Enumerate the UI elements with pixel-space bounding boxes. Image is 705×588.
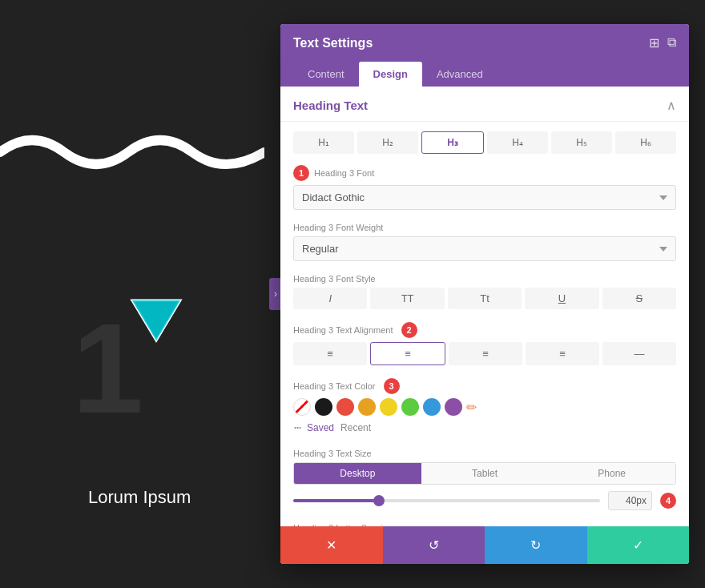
heading-tab-h2[interactable]: H₂	[357, 131, 418, 154]
redo-button[interactable]: ↻	[485, 526, 587, 564]
panel-body: Heading Text ∧ H₁ H₂ H₃ H₄ H₅ H₆ 1 Headi…	[280, 87, 689, 526]
font-label: 1 Heading 3 Font	[293, 165, 676, 181]
align-justify-button[interactable]: ≡	[526, 342, 599, 365]
color-swatches: ✏	[293, 398, 676, 416]
device-tab-tablet[interactable]: Tablet	[421, 463, 549, 484]
color-more-icon[interactable]: ···	[293, 419, 300, 436]
color-picker-icon[interactable]: ✏	[466, 400, 477, 415]
font-weight-select[interactable]: Regular	[293, 236, 676, 261]
align-left-button[interactable]: ≡	[293, 342, 367, 365]
text-size-slider-row: 40px 4	[293, 491, 676, 510]
device-tab-phone[interactable]: Phone	[548, 463, 675, 484]
text-size-slider-fill	[293, 499, 379, 502]
chevron-right-icon: ›	[274, 288, 277, 300]
wave-decoration	[0, 120, 264, 187]
font-weight-label: Heading 3 Font Weight	[293, 223, 676, 232]
text-alignment-label: Heading 3 Text Alignment 2	[293, 322, 676, 338]
expand-icon[interactable]: ⧉	[667, 35, 676, 50]
font-style-label: Heading 3 Font Style	[293, 274, 676, 284]
text-color-row: Heading 3 Text Color 3 ✏ ··· Saved Recen…	[280, 372, 689, 442]
collapse-icon[interactable]: ∧	[667, 98, 676, 113]
heading-tab-h1[interactable]: H₁	[293, 131, 354, 154]
align-right-button[interactable]: ≡	[449, 342, 522, 365]
tab-content[interactable]: Content	[293, 62, 359, 87]
text-color-label: Heading 3 Text Color 3	[293, 378, 676, 394]
badge-1: 1	[293, 165, 309, 181]
color-black-swatch[interactable]	[315, 398, 332, 416]
device-tabs: Desktop Tablet Phone	[293, 462, 676, 485]
color-orange-swatch[interactable]	[358, 398, 376, 416]
capitalize-button[interactable]: Tt	[448, 288, 522, 309]
heading-tab-h4[interactable]: H₄	[487, 131, 548, 154]
uppercase-button[interactable]: TT	[370, 288, 444, 309]
font-weight-row: Heading 3 Font Weight Regular	[280, 216, 689, 268]
responsive-icon[interactable]: ⊞	[649, 35, 659, 50]
heading-level-tabs: H₁ H₂ H₃ H₄ H₅ H₆	[280, 122, 689, 159]
lorum-ipsum-text: Lorum Ipsum	[88, 487, 191, 508]
text-size-value: 40px	[608, 491, 652, 510]
underline-button[interactable]: U	[525, 288, 598, 309]
color-transparent-swatch[interactable]	[293, 398, 311, 416]
text-size-slider-thumb[interactable]	[373, 495, 385, 506]
alignment-buttons: ≡ ≡ ≡ ≡ —	[293, 342, 676, 365]
text-size-label: Heading 3 Text Size	[293, 449, 676, 458]
align-none-button[interactable]: —	[602, 342, 676, 365]
color-blue-swatch[interactable]	[423, 398, 441, 416]
font-select[interactable]: Didact Gothic	[293, 185, 676, 210]
badge-4: 4	[660, 493, 676, 509]
color-saved-link[interactable]: Saved	[307, 422, 334, 433]
undo-button[interactable]: ↺	[383, 526, 485, 564]
section-title: Heading Text	[293, 99, 368, 112]
color-recent-label: Recent	[340, 422, 371, 433]
panel-header-actions: ⊞ ⧉	[649, 35, 676, 50]
heading-text-section-header: Heading Text ∧	[280, 87, 689, 122]
color-yellow-swatch[interactable]	[380, 398, 397, 416]
number-decoration: 1	[72, 304, 143, 433]
color-green-swatch[interactable]	[401, 398, 419, 416]
font-style-buttons: I TT Tt U S	[293, 288, 676, 309]
text-size-slider-track	[293, 499, 600, 502]
color-purple-swatch[interactable]	[445, 398, 462, 416]
main-tabs: Content Design Advanced	[280, 62, 689, 87]
panel-title: Text Settings	[293, 36, 373, 50]
save-button[interactable]: ✓	[587, 526, 690, 564]
tab-advanced[interactable]: Advanced	[422, 62, 498, 87]
strikethrough-button[interactable]: S	[602, 288, 676, 309]
letter-spacing-row: Heading 3 Letter Spacing -1px 5	[280, 517, 689, 526]
heading-tab-h6[interactable]: H₆	[615, 131, 676, 154]
tab-design[interactable]: Design	[359, 62, 422, 87]
font-style-row: Heading 3 Font Style I TT Tt U S	[280, 268, 689, 316]
align-center-button[interactable]: ≡	[370, 342, 445, 365]
color-red-swatch[interactable]	[336, 398, 354, 416]
heading-tab-h5[interactable]: H₅	[551, 131, 612, 154]
italic-button[interactable]: I	[293, 288, 367, 309]
heading-tab-h3[interactable]: H₃	[421, 131, 484, 154]
text-settings-panel: Text Settings ⊞ ⧉ Content Design Advance…	[280, 24, 689, 564]
font-row: 1 Heading 3 Font Didact Gothic	[280, 159, 689, 216]
panel-footer: ✕ ↺ ↻ ✓	[280, 526, 689, 564]
badge-3: 3	[384, 378, 400, 394]
badge-2: 2	[401, 322, 417, 338]
text-alignment-row: Heading 3 Text Alignment 2 ≡ ≡ ≡ ≡ —	[280, 316, 689, 372]
cancel-button[interactable]: ✕	[280, 526, 383, 564]
text-size-row: Heading 3 Text Size Desktop Tablet Phone…	[280, 442, 689, 517]
device-tab-desktop[interactable]: Desktop	[294, 463, 421, 484]
panel-header: Text Settings ⊞ ⧉	[280, 24, 689, 62]
